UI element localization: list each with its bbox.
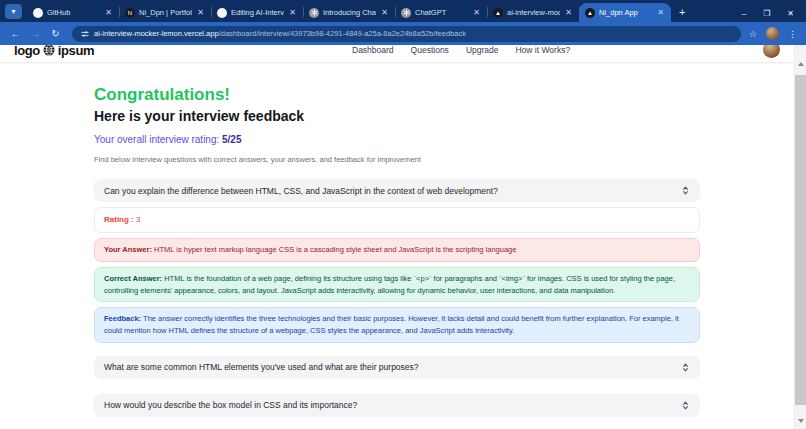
minimize-button[interactable]: –: [742, 9, 746, 18]
chevrons-up-down-icon: [681, 362, 690, 373]
page: logo ipsum Dashboard Questions Upgrade H…: [0, 45, 806, 429]
overall-rating-value: 5/25: [222, 134, 241, 145]
toolbar-right: ☆ ⋮: [749, 27, 799, 40]
window-controls: – ❐ ✕: [742, 9, 806, 22]
vercel-icon: ▲: [585, 8, 595, 18]
correct-answer-box: Correct Answer: HTML is the foundation o…: [94, 267, 700, 302]
openai-icon: [309, 8, 319, 18]
site-info-icon[interactable]: [81, 30, 89, 38]
logo-text-left: logo: [14, 45, 40, 58]
close-icon[interactable]: ✕: [288, 8, 297, 17]
rating-box: Rating : 3: [94, 207, 700, 233]
reload-button[interactable]: ↻: [47, 28, 64, 39]
rating-value: 3: [134, 215, 141, 224]
close-icon[interactable]: ✕: [564, 8, 573, 17]
nav-how-it-works[interactable]: How it Works?: [515, 45, 570, 55]
close-icon[interactable]: ✕: [380, 8, 389, 17]
tab-title: ChatGPT: [415, 8, 468, 17]
tab-search-button[interactable]: ▾: [5, 4, 22, 19]
address-bar[interactable]: ai-interview-mocker-lemon.vercel.app/das…: [72, 26, 741, 42]
tab-introducing-chatgpt[interactable]: Introducing ChatGP ✕: [303, 3, 395, 22]
window-close-button[interactable]: ✕: [787, 9, 794, 18]
tab-title: Ni_Dpn | Portfolio: [139, 8, 192, 17]
page-scrollbar[interactable]: [794, 45, 806, 429]
tab-title: Ni_dpn App: [599, 8, 652, 17]
question-text: How would you describe the box model in …: [104, 400, 673, 410]
overall-rating: Your overall interview rating: 5/25: [94, 134, 700, 145]
congratulations-title: Congratulations!: [94, 85, 700, 105]
chevrons-up-down-icon: [681, 185, 690, 196]
feedback-content: Congratulations! Here is your interview …: [94, 62, 700, 429]
browser-menu-icon[interactable]: ⋮: [788, 29, 797, 39]
tab-chatgpt[interactable]: ChatGPT ✕: [395, 3, 487, 22]
tab-editing-ai-interview[interactable]: Editing AI-Interview- ✕: [211, 3, 303, 22]
scroll-up-arrow[interactable]: [795, 58, 806, 70]
close-icon[interactable]: ✕: [472, 8, 481, 17]
tab-github[interactable]: GitHub ✕: [27, 3, 119, 22]
forward-button[interactable]: →: [27, 28, 44, 39]
site-nav: Dashboard Questions Upgrade How it Works…: [352, 45, 570, 62]
n-letter-icon: N: [125, 8, 135, 18]
site-header: logo ipsum Dashboard Questions Upgrade H…: [0, 45, 794, 62]
scrollbar-thumb[interactable]: [795, 75, 806, 405]
tab-ai-interview-mocker[interactable]: ▲ ai-interview-mocke ✕: [487, 3, 579, 22]
tab-title: ai-interview-mocke: [507, 8, 560, 17]
browser-toolbar: ← → ↻ ai-interview-mocker-lemon.vercel.a…: [0, 22, 806, 45]
question-accordion-2[interactable]: What are some common HTML elements you'v…: [94, 356, 700, 379]
browser-tab-strip: ▾ GitHub ✕ N Ni_Dpn | Portfolio ✕ Editin…: [0, 0, 806, 22]
close-icon[interactable]: ✕: [656, 8, 665, 17]
back-button[interactable]: ←: [7, 28, 24, 39]
openai-icon: [401, 8, 411, 18]
bookmark-star-icon[interactable]: ☆: [749, 29, 757, 39]
url-path: /dashboard/interview/43973b98-4291-4849-…: [219, 29, 466, 38]
question-accordion-3[interactable]: How would you describe the box model in …: [94, 394, 700, 417]
vercel-icon: ▲: [493, 8, 503, 18]
github-icon: [217, 8, 227, 18]
logo[interactable]: logo ipsum: [14, 45, 94, 58]
feedback-description: Find below interview questions with corr…: [94, 155, 700, 164]
chevrons-up-down-icon: [681, 400, 690, 411]
logo-text-right: ipsum: [58, 45, 94, 58]
github-icon: [33, 8, 43, 18]
chevron-down-icon: ▾: [11, 7, 15, 16]
tab-title: Editing AI-Interview-: [231, 8, 284, 17]
browser-profile-avatar[interactable]: [766, 27, 779, 40]
nav-questions[interactable]: Questions: [411, 45, 449, 55]
tab-title: Introducing ChatGP: [323, 8, 376, 17]
question-text: What are some common HTML elements you'v…: [104, 362, 673, 372]
question-text: Can you explain the difference between H…: [104, 186, 673, 196]
maximize-button[interactable]: ❐: [763, 9, 770, 18]
your-answer-box: Your Answer: HTML is hyper text markup l…: [94, 238, 700, 262]
nav-upgrade[interactable]: Upgrade: [466, 45, 499, 55]
scroll-down-arrow[interactable]: [795, 415, 806, 427]
close-icon[interactable]: ✕: [104, 8, 113, 17]
feedback-subtitle: Here is your interview feedback: [94, 108, 700, 124]
tab-portfolio[interactable]: N Ni_Dpn | Portfolio ✕: [119, 3, 211, 22]
question-accordion-1[interactable]: Can you explain the difference between H…: [94, 179, 700, 202]
url-domain: ai-interview-mocker-lemon.vercel.app: [94, 29, 219, 38]
new-tab-button[interactable]: +: [679, 6, 685, 18]
nav-dashboard[interactable]: Dashboard: [352, 45, 394, 55]
feedback-box: Feedback: The answer correctly identifie…: [94, 307, 700, 342]
tab-title: GitHub: [47, 8, 100, 17]
close-icon[interactable]: ✕: [196, 8, 205, 17]
globe-icon: [43, 45, 55, 56]
user-avatar[interactable]: [763, 45, 780, 58]
tab-nidpn-app-active[interactable]: ▲ Ni_dpn App ✕: [579, 3, 671, 22]
